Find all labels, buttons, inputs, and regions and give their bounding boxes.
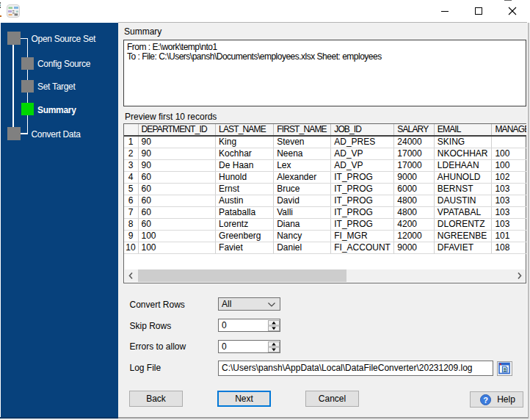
svg-text:?: ?: [483, 395, 488, 404]
